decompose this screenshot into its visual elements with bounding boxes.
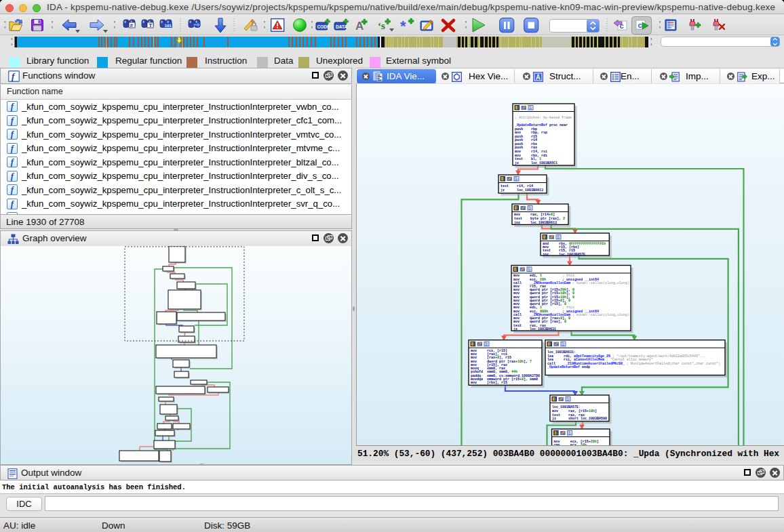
svg-text:DATA: DATA <box>336 24 347 29</box>
svg-text:‘s: ‘s <box>378 20 385 31</box>
svg-text:; Attributes: bp-based frame: ; Attributes: bp-based frame <box>515 116 572 120</box>
svg-text:c: c <box>638 21 642 29</box>
svg-text:jz loc_1003BA5C1: jz loc_1003BA5C1 <box>515 161 557 165</box>
svg-text:jnz loc_1003BA613: jnz loc_1003BA613 <box>514 221 557 225</box>
svg-text:jz loc_1003BA613: jz loc_1003BA613 <box>501 188 543 192</box>
svg-text:T: T <box>149 22 153 28</box>
svg-text:jz short loc_1003BA590: jz short loc_1003BA590 <box>552 417 607 421</box>
svg-text:mov [rbx], r15: mov [rbx], r15 <box>471 381 507 385</box>
svg-text:101: 101 <box>165 24 172 28</box>
svg-text:#: # <box>130 22 134 28</box>
svg-text:CODE: CODE <box>317 24 330 29</box>
svg-text:jnz loc_1003BA57E: jnz loc_1003BA57E <box>543 253 585 257</box>
svg-text:*: * <box>400 18 406 35</box>
svg-text:_UpdateReturnRef endp: _UpdateReturnRef endp <box>547 365 590 369</box>
svg-text:jz loc_1003BA631: jz loc_1003BA631 <box>513 327 556 331</box>
